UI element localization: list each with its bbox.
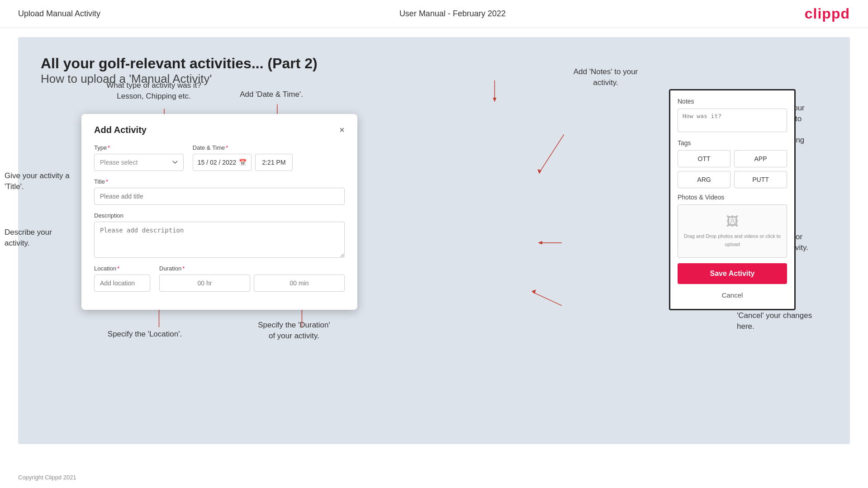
- type-label: Type*: [94, 144, 184, 151]
- annotation-type: What type of activity was it?Lesson, Chi…: [102, 80, 206, 102]
- tags-section-label: Tags: [678, 139, 787, 147]
- upload-manual-label: Upload Manual Activity: [18, 9, 100, 19]
- duration-hour-input[interactable]: [159, 275, 250, 292]
- duration-min-input[interactable]: [254, 275, 345, 292]
- photos-section-label: Photos & Videos: [678, 194, 787, 201]
- copyright-text: Copyright Clippd 2021: [18, 474, 76, 481]
- tag-ott[interactable]: OTT: [678, 150, 730, 167]
- dialog-title: Add Activity: [94, 125, 147, 135]
- cancel-button[interactable]: Cancel: [678, 289, 787, 302]
- annotation-title: Give your activity a'Title'.: [5, 171, 86, 192]
- annotation-datetime: Add 'Date & Time'.: [226, 89, 317, 100]
- photos-upload-area[interactable]: 🖼 Drag and Drop photos and videos or cli…: [678, 204, 787, 258]
- clippd-logo: clippd: [805, 5, 850, 22]
- time-input[interactable]: 2:21 PM: [255, 154, 292, 171]
- add-activity-dialog: Add Activity × Type* Please select Date …: [81, 114, 357, 310]
- date-value: 15 / 02 / 2022: [198, 159, 237, 166]
- annotation-notes: Add 'Notes' to youractivity.: [563, 66, 649, 88]
- phone-screen: Notes Tags OTT APP ARG PUTT Photos & Vid…: [669, 89, 796, 310]
- type-select[interactable]: Please select: [94, 154, 184, 171]
- annotation-location: Specify the 'Location'.: [100, 329, 190, 340]
- tag-arg[interactable]: ARG: [678, 171, 730, 188]
- svg-marker-19: [538, 241, 542, 245]
- manual-title: User Manual - February 2022: [399, 9, 506, 19]
- notes-section-label: Notes: [678, 98, 787, 105]
- title-label: Title*: [94, 178, 345, 185]
- location-label: Location*: [94, 265, 150, 272]
- footer: Copyright Clippd 2021: [18, 474, 76, 481]
- svg-marker-17: [537, 169, 541, 174]
- main-content: All your golf-relevant activities... (Pa…: [18, 37, 850, 444]
- annotation-duration: Specify the 'Duration'of your activity.: [244, 320, 344, 341]
- description-textarea[interactable]: [94, 222, 345, 258]
- title-input[interactable]: [94, 188, 345, 205]
- notes-textarea[interactable]: [678, 109, 787, 132]
- tags-grid: OTT APP ARG PUTT: [678, 150, 787, 188]
- svg-line-20: [534, 293, 562, 306]
- svg-marker-21: [531, 289, 536, 294]
- tag-app[interactable]: APP: [734, 150, 787, 167]
- tag-putt[interactable]: PUTT: [734, 171, 787, 188]
- save-activity-button[interactable]: Save Activity: [678, 263, 787, 284]
- dialog-close-button[interactable]: ×: [339, 125, 345, 135]
- datetime-label: Date & Time*: [193, 144, 345, 151]
- page-title-main: All your golf-relevant activities... (Pa…: [41, 55, 827, 72]
- svg-line-16: [540, 134, 564, 171]
- annotation-description: Describe youractivity.: [5, 227, 86, 249]
- phone-panel: Notes Tags OTT APP ARG PUTT Photos & Vid…: [669, 89, 800, 310]
- date-input[interactable]: 15 / 02 / 2022 📅: [193, 154, 252, 171]
- svg-marker-15: [493, 98, 497, 102]
- upload-icon: 🖼: [683, 214, 782, 229]
- calendar-icon: 📅: [239, 159, 247, 166]
- description-label: Description: [94, 212, 345, 219]
- upload-text: Drag and Drop photos and videos or click…: [684, 233, 781, 247]
- location-input[interactable]: [94, 275, 150, 292]
- duration-label: Duration*: [159, 265, 345, 272]
